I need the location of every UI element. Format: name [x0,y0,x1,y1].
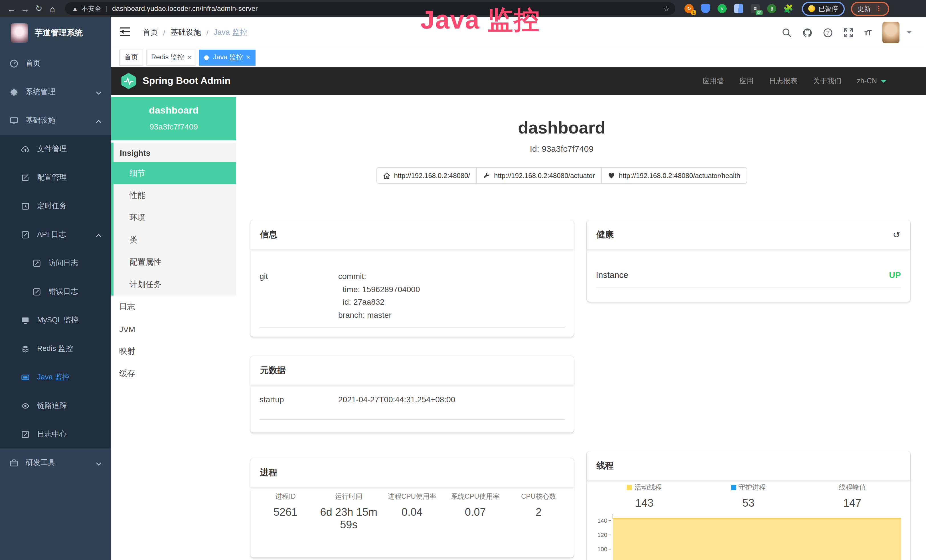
instance-home-link[interactable]: http://192.168.0.2:48080/ [376,167,477,184]
sidebar-item-java[interactable]: Java 监控 [0,363,111,391]
health-card-header: 健康 ↺ [587,220,910,249]
sidebar-item-home[interactable]: 首页 [0,49,111,77]
log-icon [21,230,30,239]
back-icon[interactable]: ← [5,4,18,14]
github-icon[interactable] [802,28,812,37]
spring-boot-admin: Spring Boot Admin 应用墙 应用 日志报表 关于我们 zh-CN… [111,67,926,560]
stat-live-threads: 活动线程143 [593,483,697,510]
sidebar-item-mysql[interactable]: MySQL 监控 [0,306,111,334]
svg-text:?: ? [826,29,830,36]
sba-nav-about[interactable]: 关于我们 [813,76,841,86]
reload-icon[interactable]: ↻ [32,3,45,14]
sidebar-item-error-log[interactable]: 错误日志 [0,277,111,306]
sidebar-item-files[interactable]: 文件管理 [0,135,111,163]
app-sidebar: 芋道管理系统 首页 系统管理 基础设施 [0,17,111,560]
sidebar-item-jobs[interactable]: 定时任务 [0,192,111,220]
sba-menu-env[interactable]: 环境 [113,207,236,229]
legend-yellow-square [627,485,632,490]
sidebar-item-trace[interactable]: 链路追踪 [0,391,111,420]
process-stats: 进程ID5261 运行时间6d 23h 15m 59s 进程CPU使用率0.04… [254,492,570,531]
tab-home[interactable]: 首页 [119,49,143,65]
sba-content: dashboard Id: 93a3fc7f7409 http://192.16… [236,95,926,560]
stat-pid: 进程ID5261 [254,492,317,531]
sba-logo-icon[interactable] [121,73,136,89]
wrench-icon [483,172,490,179]
home-icon [383,172,390,179]
extension-icons: ↻1 y ≡on ⚷ 🧩 [684,4,793,13]
update-menu-button[interactable]: 更新 ⋮ [851,2,889,16]
sidebar-item-log-center[interactable]: 日志中心 [0,420,111,448]
sidebar-item-redis[interactable]: Redis 监控 [0,334,111,363]
sba-menu-configprops[interactable]: 配置属性 [113,251,236,273]
hamburger-icon[interactable] [111,27,139,38]
sba-menu-jvm[interactable]: JVM [111,318,236,340]
sba-nav-applications[interactable]: 应用 [739,76,754,86]
paused-label: 已暂停 [819,4,838,13]
forward-icon[interactable]: → [18,4,32,14]
sidebar-item-config[interactable]: 配置管理 [0,163,111,192]
sba-nav-journal[interactable]: 日志报表 [769,76,797,86]
history-icon[interactable]: ↺ [893,229,900,240]
refresh-extension-icon[interactable]: ↻1 [684,4,694,13]
sba-menu-metrics[interactable]: 性能 [113,184,236,207]
y-extension-icon[interactable]: y [717,4,727,13]
breadcrumb-infra[interactable]: 基础设施 [171,27,201,38]
threads-card-title: 线程 [587,451,910,480]
health-card: 健康 ↺ Instance UP [587,220,910,302]
instance-actuator-link[interactable]: http://192.168.0.2:48080/actuator [476,167,602,184]
url-text[interactable]: dashboard.yudao.iocoder.cn/infra/admin-s… [112,5,258,12]
help-icon[interactable]: ? [823,28,833,37]
sidebar-item-access-log[interactable]: 访问日志 [0,249,111,277]
breadcrumb-home[interactable]: 首页 [142,27,158,38]
font-size-icon[interactable]: тT [864,28,871,37]
extensions-puzzle-icon[interactable]: 🧩 [784,4,793,13]
paused-badge[interactable]: 已暂停 [802,2,844,16]
key-extension-icon[interactable]: ⚷ [767,4,776,13]
sba-menu-caches[interactable]: 缓存 [111,362,236,384]
dashboard-icon [10,59,18,68]
sba-language-select[interactable]: zh-CN [857,77,886,85]
user-avatar[interactable] [882,22,899,43]
metadata-row-startup: startup 2021-04-27T00:44:31.254+08:00 [260,394,565,420]
eye-icon [21,401,30,410]
stat-cpus: CPU核心数2 [507,492,570,531]
briefcase-icon [10,459,18,467]
sba-menu-classes[interactable]: 类 [113,229,236,251]
address-bar[interactable]: ▲ 不安全 | dashboard.yudao.iocoder.cn/infra… [65,2,675,15]
sba-brand[interactable]: Spring Boot Admin [142,75,231,87]
sba-instance-block[interactable]: dashboard 93a3fc7f7409 [111,97,236,140]
heart-icon [608,172,615,179]
search-icon[interactable] [782,28,792,37]
annotation-java-monitor: Java 监控 [421,3,540,37]
breadcrumb-separator: / [163,28,165,37]
fullscreen-icon[interactable] [844,28,853,37]
sba-menu-details[interactable]: 细节 [113,162,236,184]
ytick-140: 140 [593,517,607,524]
tab-redis[interactable]: Redis 监控× [146,49,197,65]
sba-menu-scheduled[interactable]: 计划任务 [113,273,236,295]
sidebar-item-infra[interactable]: 基础设施 [0,106,111,135]
pin-extension-icon[interactable] [701,4,710,13]
cards-left-column: 信息 git commit: time: 1596289704000 id: 2… [250,220,574,557]
app-logo[interactable]: 芋道管理系统 [0,17,111,49]
close-icon[interactable]: × [247,54,250,61]
grid-extension-icon[interactable] [734,4,743,13]
switch-extension-icon[interactable]: ≡on [750,4,760,13]
sba-menu-mappings[interactable]: 映射 [111,340,236,362]
info-card-title: 信息 [250,220,574,249]
sba-nav-wallboard[interactable]: 应用墙 [702,76,724,86]
security-label[interactable]: 不安全 [82,4,101,13]
instance-id-line: Id: 93a3fc7f7409 [236,144,887,153]
instance-health-link[interactable]: http://192.168.0.2:48080/actuator/health [601,167,747,184]
sidebar-item-system[interactable]: 系统管理 [0,77,111,106]
close-icon[interactable]: × [188,54,191,61]
sba-menu-logs[interactable]: 日志 [111,295,236,318]
bookmark-star-icon[interactable]: ☆ [663,4,670,13]
avatar-caret-icon[interactable] [906,31,911,36]
home-icon[interactable]: ⌂ [45,4,59,14]
chevron-up-icon [96,116,101,125]
tab-java[interactable]: Java 监控× [199,49,255,65]
log-icon [33,287,41,296]
sidebar-item-api-log[interactable]: API 日志 [0,220,111,249]
sidebar-item-devtools[interactable]: 研发工具 [0,448,111,477]
